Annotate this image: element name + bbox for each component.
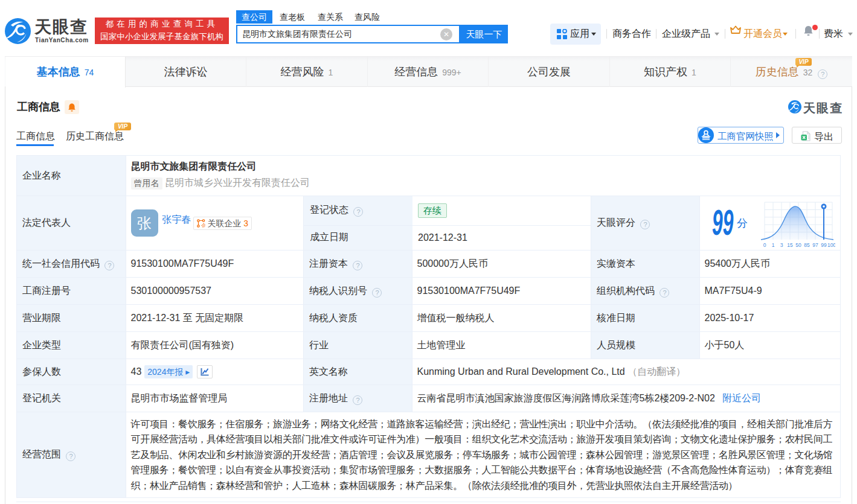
svg-text:97: 97 [812, 242, 818, 248]
svg-text:85: 85 [804, 242, 810, 248]
svg-text:50: 50 [795, 242, 801, 248]
svg-text:0: 0 [763, 242, 766, 248]
svg-text:企: 企 [201, 222, 205, 228]
svg-text:99: 99 [821, 242, 827, 248]
svg-text:15: 15 [787, 242, 793, 248]
svg-text:100: 100 [827, 242, 835, 248]
svg-text:1: 1 [772, 242, 775, 248]
svg-text:3: 3 [780, 242, 783, 248]
